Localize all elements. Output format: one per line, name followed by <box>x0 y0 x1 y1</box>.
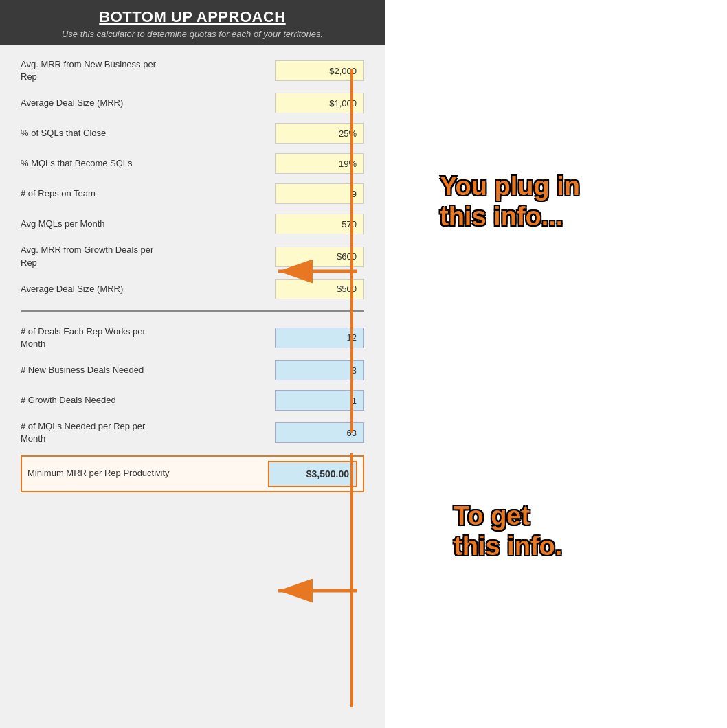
input-row-5: # of Reps on Team 9 <box>21 183 364 204</box>
header-subtitle: Use this calculator to determine quotas … <box>14 29 371 39</box>
annotation-bottom-line2: this info. <box>454 532 562 562</box>
output-row-4: # of MQLs Needed per Rep per Month 63 <box>21 420 364 445</box>
output-row-2: # New Business Deals Needed 3 <box>21 360 364 380</box>
section-divider <box>21 310 364 312</box>
row-label-1: Avg. MRR from New Business per Rep <box>21 58 172 83</box>
output-label-1: # of Deals Each Rep Works per Month <box>21 326 172 350</box>
output-row-1: # of Deals Each Rep Works per Month 12 <box>21 326 364 350</box>
annotation-bottom: To get this info. <box>454 501 562 561</box>
row-label-8: Average Deal Size (MRR) <box>21 283 172 295</box>
output-label-5: Minimum MRR per Rep Productivity <box>27 467 179 479</box>
output-label-3: # Growth Deals Needed <box>21 394 172 407</box>
arrow-top <box>268 258 357 288</box>
row-label-3: % of SQLs that Close <box>21 127 172 139</box>
arrow-bottom <box>268 577 357 607</box>
input-row-3: % of SQLs that Close 25% <box>21 123 364 144</box>
output-label-4: # of MQLs Needed per Rep per Month <box>21 420 172 445</box>
row-label-4: % MQLs that Become SQLs <box>21 157 172 170</box>
header: BOTTOM UP APPROACH Use this calculator t… <box>0 0 385 45</box>
annotation-top: You plug in this info... <box>440 172 580 231</box>
input-row-1: Avg. MRR from New Business per Rep $2,00… <box>21 58 364 83</box>
input-row-4: % MQLs that Become SQLs 19% <box>21 153 364 174</box>
output-row-highlighted: Minimum MRR per Rep Productivity $3,500.… <box>21 455 364 492</box>
annotation-bottom-line1: To get <box>454 501 562 532</box>
output-row-3: # Growth Deals Needed 1 <box>21 390 364 411</box>
orange-vline-top <box>350 69 353 433</box>
row-label-6: Avg MQLs per Month <box>21 218 172 230</box>
annotation-top-line2: this info... <box>440 202 580 232</box>
main-container: BOTTOM UP APPROACH Use this calculator t… <box>0 0 727 728</box>
input-row-6: Avg MQLs per Month 570 <box>21 214 364 234</box>
annotation-top-line1: You plug in <box>440 172 580 202</box>
output-field-5: $3,500.00 <box>268 461 357 487</box>
row-label-2: Average Deal Size (MRR) <box>21 97 172 109</box>
calculator-panel: BOTTOM UP APPROACH Use this calculator t… <box>0 0 385 728</box>
row-label-5: # of Reps on Team <box>21 187 172 200</box>
header-title: BOTTOM UP APPROACH <box>14 8 371 26</box>
output-label-2: # New Business Deals Needed <box>21 364 172 376</box>
row-label-7: Avg. MRR from Growth Deals per Rep <box>21 244 172 269</box>
input-row-2: Average Deal Size (MRR) $1,000 <box>21 93 364 113</box>
